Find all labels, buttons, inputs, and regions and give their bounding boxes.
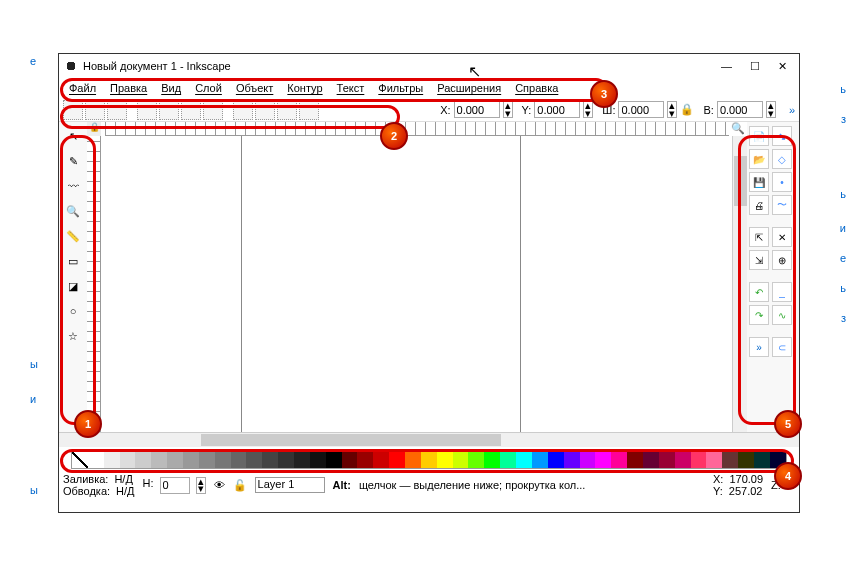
color-swatch[interactable] [342, 452, 358, 468]
color-swatch[interactable] [453, 452, 469, 468]
minimize-button[interactable]: — [721, 60, 732, 73]
snap-other-icon[interactable]: ⊂ [772, 337, 792, 357]
opacity-input[interactable] [160, 477, 190, 494]
x-input[interactable] [454, 101, 500, 118]
color-swatch[interactable] [120, 452, 136, 468]
no-color-swatch[interactable] [72, 452, 88, 468]
flip-v-icon[interactable] [203, 100, 223, 120]
color-swatch[interactable] [246, 452, 262, 468]
color-swatch[interactable] [199, 452, 215, 468]
stroke-value[interactable]: Н/Д [116, 485, 134, 497]
zoom-tool-icon[interactable]: 🔍 [63, 201, 83, 221]
color-swatch[interactable] [183, 452, 199, 468]
color-swatch[interactable] [389, 452, 405, 468]
layer-visibility-icon[interactable]: 👁 [214, 479, 225, 491]
color-swatch[interactable] [643, 452, 659, 468]
snap-midpoint-icon[interactable]: ∿ [772, 305, 792, 325]
y-input[interactable] [534, 101, 580, 118]
export-icon[interactable]: ⇲ [749, 250, 769, 270]
menu-layer[interactable]: Слой [195, 82, 222, 94]
ruler-lock-icon[interactable]: 🔒 [87, 122, 101, 136]
select-all-icon[interactable] [63, 100, 83, 120]
scrollbar-vertical[interactable] [732, 136, 747, 432]
color-swatch[interactable] [357, 452, 373, 468]
snap-node-icon[interactable]: • [772, 172, 792, 192]
circle-tool-icon[interactable]: ○ [63, 301, 83, 321]
color-swatch[interactable] [231, 452, 247, 468]
lower-bottom-icon[interactable] [233, 100, 253, 120]
tweak-tool-icon[interactable]: 〰 [63, 176, 83, 196]
toolbar-overflow-icon[interactable]: » [789, 104, 795, 116]
rect-tool-icon[interactable]: ▭ [63, 251, 83, 271]
open-doc-icon[interactable]: 📂 [749, 149, 769, 169]
measure-tool-icon[interactable]: 📏 [63, 226, 83, 246]
zoom-magnify-icon[interactable]: 🔍 [731, 122, 745, 135]
redo-icon[interactable]: ↷ [749, 305, 769, 325]
w-input[interactable] [618, 101, 664, 118]
color-swatch[interactable] [500, 452, 516, 468]
deselect-icon[interactable] [107, 100, 127, 120]
snap-enable-icon[interactable]: ⬊ [772, 126, 792, 146]
lock-wh-icon[interactable]: 🔒 [680, 103, 694, 116]
color-swatch[interactable] [278, 452, 294, 468]
color-swatch[interactable] [326, 452, 342, 468]
ruler-horizontal[interactable] [105, 122, 729, 136]
3dbox-tool-icon[interactable]: ◪ [63, 276, 83, 296]
color-swatch[interactable] [580, 452, 596, 468]
menu-extensions[interactable]: Расширения [437, 82, 501, 94]
select-layer-icon[interactable] [85, 100, 105, 120]
print-icon[interactable]: 🖨 [749, 195, 769, 215]
menu-path[interactable]: Контур [287, 82, 322, 94]
raise-top-icon[interactable] [299, 100, 319, 120]
layer-lock-icon[interactable]: 🔓 [233, 479, 247, 492]
color-swatch[interactable] [564, 452, 580, 468]
color-swatch[interactable] [262, 452, 278, 468]
snap-intersect-icon[interactable]: ✕ [772, 227, 792, 247]
h-spinner[interactable]: ▴▾ [766, 101, 776, 118]
ruler-vertical[interactable] [87, 136, 101, 432]
rotate-cw-icon[interactable] [159, 100, 179, 120]
menu-view[interactable]: Вид [161, 82, 181, 94]
undo-icon[interactable]: ↶ [749, 282, 769, 302]
menu-object[interactable]: Объект [236, 82, 273, 94]
import-icon[interactable]: ⇱ [749, 227, 769, 247]
node-tool-icon[interactable]: ✎ [63, 151, 83, 171]
color-swatch[interactable] [310, 452, 326, 468]
star-tool-icon[interactable]: ☆ [63, 326, 83, 346]
menu-filters[interactable]: Фильтры [378, 82, 423, 94]
scrollbar-horizontal[interactable] [59, 432, 799, 447]
menu-file[interactable]: Файл [69, 82, 96, 94]
close-button[interactable]: ✕ [778, 60, 787, 73]
color-swatch[interactable] [754, 452, 770, 468]
rotate-ccw-icon[interactable] [137, 100, 157, 120]
panel-overflow-icon[interactable]: » [749, 337, 769, 357]
w-spinner[interactable]: ▴▾ [667, 101, 677, 118]
maximize-button[interactable]: ☐ [750, 60, 760, 73]
color-swatch[interactable] [405, 452, 421, 468]
color-swatch[interactable] [516, 452, 532, 468]
menu-text[interactable]: Текст [337, 82, 365, 94]
color-swatch[interactable] [675, 452, 691, 468]
color-swatch[interactable] [627, 452, 643, 468]
snap-path-icon[interactable]: 〜 [772, 195, 792, 215]
flip-h-icon[interactable] [181, 100, 201, 120]
x-spinner[interactable]: ▴▾ [503, 101, 513, 118]
color-swatch[interactable] [595, 452, 611, 468]
color-swatch[interactable] [611, 452, 627, 468]
fill-value[interactable]: Н/Д [114, 473, 132, 485]
h-input[interactable] [717, 101, 763, 118]
snap-bbox-icon[interactable]: ◇ [772, 149, 792, 169]
opacity-spinner[interactable]: ▴▾ [196, 477, 206, 494]
menu-edit[interactable]: Правка [110, 82, 147, 94]
color-swatch[interactable] [215, 452, 231, 468]
color-swatch[interactable] [421, 452, 437, 468]
canvas[interactable] [101, 136, 729, 432]
snap-center-icon[interactable]: ⊕ [772, 250, 792, 270]
color-swatch[interactable] [548, 452, 564, 468]
raise-icon[interactable] [277, 100, 297, 120]
color-swatch[interactable] [373, 452, 389, 468]
color-swatch[interactable] [88, 452, 104, 468]
color-swatch[interactable] [706, 452, 722, 468]
color-swatch[interactable] [722, 452, 738, 468]
color-swatch[interactable] [437, 452, 453, 468]
